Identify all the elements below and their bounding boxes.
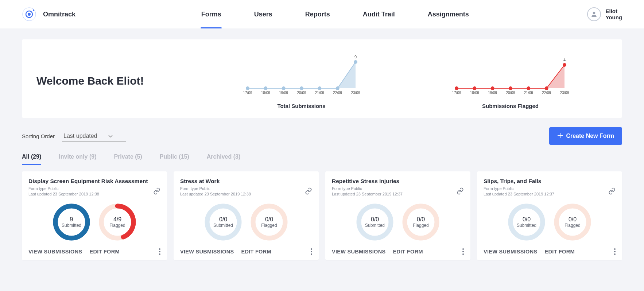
donut-gauge: 0/0Submitted	[203, 202, 243, 242]
svg-text:4: 4	[563, 58, 565, 62]
link-icon[interactable]	[305, 187, 312, 196]
forms-grid: Display Screen Equipment Risk Assessment…	[22, 171, 622, 260]
svg-text:23/09: 23/09	[560, 91, 569, 95]
svg-text:17/09: 17/09	[452, 91, 461, 95]
controls-row: Sorting Order Last updated Create New Fo…	[22, 127, 622, 145]
filter-tab[interactable]: Archived (3)	[207, 154, 240, 165]
edit-form-button[interactable]: EDIT FORM	[393, 249, 423, 255]
edit-form-button[interactable]: EDIT FORM	[89, 249, 119, 255]
user-name: EliotYoung	[605, 8, 622, 21]
link-icon[interactable]	[608, 187, 616, 196]
svg-text:22/09: 22/09	[333, 91, 342, 95]
svg-text:22/09: 22/09	[542, 91, 551, 95]
sort-label: Sorting Order	[22, 133, 55, 139]
edit-form-button[interactable]: EDIT FORM	[241, 249, 271, 255]
form-card-updated: Last updated 23 September 2019 12:38	[28, 191, 160, 197]
filter-tabs: All (29)Invite only (9)Private (5)Public…	[22, 154, 622, 167]
more-menu-icon[interactable]	[311, 248, 312, 255]
form-card-type: Form type Public	[332, 186, 464, 191]
svg-text:19/09: 19/09	[488, 91, 497, 95]
brand-name: Omnitrack	[43, 11, 75, 18]
svg-point-13	[318, 86, 321, 90]
form-card-title: Stress at Work	[180, 178, 312, 185]
chart-total-submissions: 17/0918/0919/0920/0921/0922/0923/099 Tot…	[204, 53, 399, 109]
view-submissions-button[interactable]: VIEW SUBMISSIONS	[28, 249, 82, 255]
chart-title: Submissions Flagged	[482, 103, 539, 109]
view-submissions-button[interactable]: VIEW SUBMISSIONS	[484, 249, 537, 255]
donut-gauge: 0/0Submitted	[355, 202, 395, 242]
user-menu[interactable]: EliotYoung	[587, 7, 622, 21]
svg-point-28	[527, 86, 530, 90]
svg-point-26	[509, 86, 512, 90]
donut-gauge: 0/0Flagged	[553, 202, 592, 242]
svg-point-20	[455, 86, 458, 90]
create-button-label: Create New Form	[566, 133, 614, 139]
nav-tab-forms[interactable]: Forms	[201, 0, 221, 28]
svg-point-2	[28, 13, 31, 16]
nav-tab-audit-trail[interactable]: Audit Trail	[363, 0, 395, 28]
chart-submissions-flagged: 17/0918/0919/0920/0921/0922/0923/094 Sub…	[413, 53, 608, 109]
more-menu-icon[interactable]	[462, 248, 464, 255]
donut-gauge: 9Submitted	[52, 202, 91, 242]
link-icon[interactable]	[153, 187, 160, 196]
svg-point-17	[354, 60, 357, 64]
svg-point-5	[246, 86, 249, 90]
svg-text:19/09: 19/09	[279, 91, 288, 95]
welcome-heading: Welcome Back Eliot!	[36, 75, 190, 87]
more-menu-icon[interactable]	[159, 248, 160, 255]
create-new-form-button[interactable]: Create New Form	[549, 127, 622, 145]
nav-tabs: FormsUsersReportsAudit TrailAssignments	[97, 0, 573, 28]
more-menu-icon[interactable]	[614, 248, 616, 255]
svg-point-7	[264, 86, 267, 90]
brand-logo-icon	[22, 7, 36, 22]
donut-gauge: 0/0Flagged	[249, 202, 289, 242]
svg-text:9: 9	[354, 55, 356, 59]
filter-tab[interactable]: Private (5)	[114, 154, 142, 165]
view-submissions-button[interactable]: VIEW SUBMISSIONS	[180, 249, 234, 255]
link-icon[interactable]	[457, 187, 464, 196]
filter-tab[interactable]: Invite only (9)	[59, 154, 96, 165]
form-card: Slips, Trips, and Falls Form type Public…	[477, 171, 622, 260]
svg-text:18/09: 18/09	[470, 91, 479, 95]
form-card-type: Form type Public	[484, 186, 616, 191]
form-card-type: Form type Public	[180, 186, 312, 191]
form-card-title: Display Screen Equipment Risk Assessment	[28, 178, 160, 185]
sort-select[interactable]: Last updated	[62, 131, 126, 142]
svg-point-15	[335, 86, 339, 90]
top-nav: Omnitrack FormsUsersReportsAudit TrailAs…	[0, 0, 644, 28]
svg-text:20/09: 20/09	[297, 91, 306, 95]
brand[interactable]: Omnitrack	[22, 7, 75, 22]
form-card-updated: Last updated 23 September 2019 12:37	[484, 191, 616, 197]
sort-value: Last updated	[63, 133, 97, 139]
svg-point-11	[300, 86, 303, 90]
svg-text:18/09: 18/09	[261, 91, 270, 95]
svg-text:23/09: 23/09	[351, 91, 360, 95]
donut-gauge: 0/0Flagged	[401, 202, 441, 242]
form-card-updated: Last updated 23 September 2019 12:37	[332, 191, 464, 197]
sort-block: Sorting Order Last updated	[22, 131, 126, 142]
svg-point-22	[473, 86, 476, 90]
svg-point-4	[593, 12, 595, 14]
svg-point-3	[33, 9, 34, 11]
edit-form-button[interactable]: EDIT FORM	[544, 249, 574, 255]
filter-tab[interactable]: All (29)	[22, 154, 41, 165]
svg-point-24	[490, 86, 494, 90]
svg-point-32	[563, 63, 566, 67]
filter-tab[interactable]: Public (15)	[160, 154, 189, 165]
nav-tab-assignments[interactable]: Assignments	[428, 0, 469, 28]
nav-tab-reports[interactable]: Reports	[305, 0, 330, 28]
nav-tab-users[interactable]: Users	[254, 0, 272, 28]
plus-icon	[557, 132, 563, 140]
svg-point-9	[282, 86, 285, 90]
form-card: Display Screen Equipment Risk Assessment…	[22, 171, 167, 260]
view-submissions-button[interactable]: VIEW SUBMISSIONS	[332, 249, 385, 255]
avatar-icon	[587, 7, 601, 21]
svg-point-30	[544, 86, 548, 90]
welcome-panel: Welcome Back Eliot! 17/0918/0919/0920/09…	[22, 39, 622, 118]
chart-title: Total Submissions	[277, 103, 325, 109]
form-card-title: Repetitive Stress Injuries	[332, 178, 464, 185]
chevron-down-icon	[108, 133, 113, 139]
svg-text:17/09: 17/09	[243, 91, 252, 95]
svg-text:20/09: 20/09	[506, 91, 515, 95]
form-card: Repetitive Stress Injuries Form type Pub…	[325, 171, 470, 260]
